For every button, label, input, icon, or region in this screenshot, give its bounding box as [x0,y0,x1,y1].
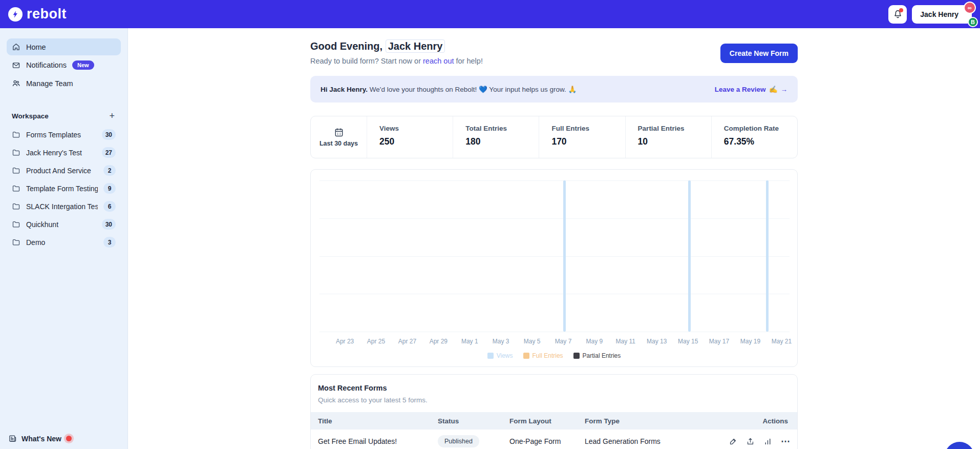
analytics-bars-icon[interactable] [763,437,772,446]
sidebar-folder-item[interactable]: Forms Templates30 [7,126,121,144]
sidebar-item-label: Home [26,43,46,51]
stat-label: Completion Rate [724,125,797,132]
form-layout-cell: One-Page Form [509,437,585,445]
whats-new-label: What's New [22,435,61,443]
recent-forms-subtitle: Quick access to your latest 5 forms. [311,396,797,404]
form-status-cell: Published [438,435,509,447]
greeting-user-name: Jack Henry [386,39,445,53]
stats-period: Last 30 days [311,116,367,158]
chart-bar-views [688,180,691,332]
stat-value: 67.35% [724,136,797,147]
brand-name: rebolt [27,6,67,22]
chart-bar-views [563,180,566,332]
x-tick-label: May 13 [647,338,667,345]
unread-dot [899,8,903,12]
x-tick-label: May 5 [524,338,541,345]
sidebar-item-home[interactable]: Home [7,38,121,55]
stat-label: Partial Entries [638,125,711,132]
edit-pencil-icon[interactable] [729,437,737,446]
form-type-cell: Lead Generation Forms [585,437,715,445]
form-title-cell: Get Free Email Updates! [311,437,438,445]
folder-icon [12,220,20,229]
table-row: Get Free Email Updates! Published One-Pa… [311,430,797,449]
create-new-form-button[interactable]: Create New Form [720,44,798,63]
x-tick-label: May 17 [709,338,729,345]
reach-out-link[interactable]: reach out [423,57,454,65]
envelope-icon [12,61,20,70]
column-header-actions: Actions [715,417,797,425]
newspaper-icon [8,434,17,443]
x-tick-label: Apr 29 [430,338,448,345]
review-banner-text: Hi Jack Henry. We'd love your thoughts o… [321,85,577,93]
leave-review-link[interactable]: Leave a Review ✍️ → [715,85,787,93]
sidebar-item-manage-team[interactable]: Manage Team [7,75,121,92]
x-tick-label: May 7 [555,338,572,345]
x-tick-label: Apr 27 [398,338,416,345]
workspace-heading: Workspace [12,112,49,120]
sidebar-item-notifications[interactable]: Notifications New [7,56,121,74]
stat-cell: Full Entries170 [539,116,625,158]
folder-count-badge: 27 [102,147,116,158]
recent-forms-title: Most Recent Forms [311,384,797,392]
chart-bar-views [766,180,769,332]
sidebar-folder-item[interactable]: SLACK Intergation Test6 [7,197,121,215]
whats-new-alert-dot [66,436,72,441]
rebolt-logo: rebolt [8,6,67,22]
pro-badge: ∞ [964,2,976,14]
x-tick-label: May 19 [740,338,760,345]
stat-value: 180 [465,136,539,147]
legend-label: Partial Entries [583,352,621,359]
column-header-status: Status [438,417,509,425]
chart-legend: ViewsFull EntriesPartial Entries [311,352,797,359]
folder-label: Product And Service [26,167,98,175]
sidebar-folder-item[interactable]: Template Form Testing9 [7,179,121,197]
stat-cell: Partial Entries10 [626,116,712,158]
folder-icon [12,202,20,211]
status-badge: Published [438,435,479,447]
folder-count-badge: 2 [103,165,116,176]
folder-icon [12,148,20,157]
sidebar-item-label: Manage Team [26,79,73,88]
gridline [319,218,790,219]
stat-cell: Total Entries180 [453,116,539,158]
sidebar: Home Notifications New Manage Team Works… [0,28,128,449]
stat-label: Full Entries [551,125,625,132]
whats-new-button[interactable]: What's New [8,434,72,443]
legend-item-partial-entries[interactable]: Partial Entries [573,352,621,359]
top-navbar: rebolt Jack Henry ∞ B [0,0,980,28]
folder-count-badge: 6 [103,201,116,212]
folder-label: Jack Henry's Test [26,149,96,157]
share-upload-icon[interactable] [746,437,755,446]
folder-icon [12,166,20,175]
sidebar-item-label: Notifications [26,61,67,69]
sidebar-folder-item[interactable]: Product And Service2 [7,161,121,179]
sidebar-folder-item[interactable]: Jack Henry's Test27 [7,144,121,161]
new-badge: New [72,60,94,70]
x-tick-label: Apr 25 [367,338,385,345]
folder-icon [12,238,20,247]
stat-value: 170 [551,136,625,147]
stat-label: Views [379,125,453,132]
sidebar-folder-item[interactable]: Quickhunt30 [7,215,121,233]
sidebar-folder-item[interactable]: Demo3 [7,233,121,251]
gridline [319,180,790,181]
row-actions: ⋯ [715,437,797,446]
folder-label: Demo [26,238,98,247]
x-tick-label: May 11 [616,338,635,345]
notifications-bell-button[interactable] [888,5,907,24]
legend-item-views[interactable]: Views [487,352,513,359]
add-workspace-button[interactable]: + [108,111,116,120]
stat-value: 10 [638,136,711,147]
x-tick-label: May 21 [772,338,792,345]
legend-label: Full Entries [532,352,563,359]
folder-label: Quickhunt [26,220,96,229]
main-area: Good Evening, Jack Henry Ready to build … [128,28,980,449]
folder-count-badge: 30 [102,129,116,140]
user-menu-button[interactable]: Jack Henry ∞ B [912,5,972,24]
stat-cell: Completion Rate67.35% [712,116,797,158]
stat-label: Total Entries [465,125,539,132]
legend-label: Views [497,352,513,359]
legend-item-full-entries[interactable]: Full Entries [523,352,563,359]
column-header-form-layout: Form Layout [509,417,585,425]
folder-label: SLACK Intergation Test [26,202,98,211]
